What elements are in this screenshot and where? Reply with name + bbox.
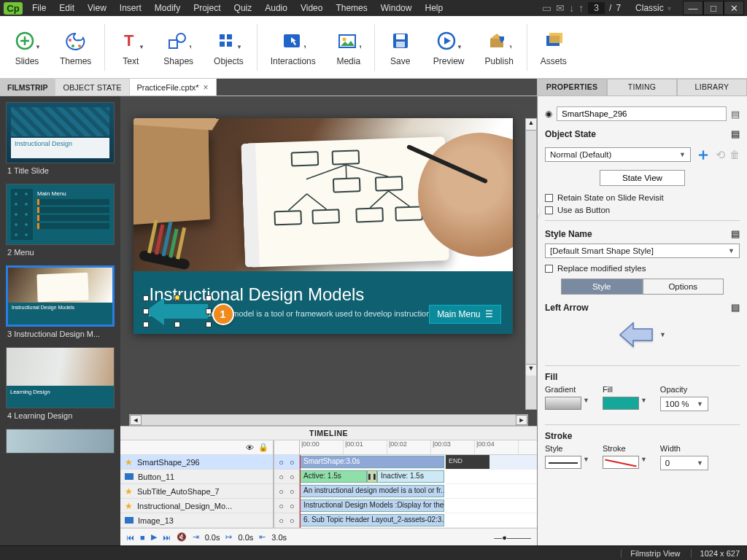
ribbon-slides[interactable]: ▼ Slides — [4, 24, 50, 71]
replace-styles-checkbox[interactable]: Replace modified styles — [545, 264, 740, 273]
stroke-width-label: Width — [660, 444, 708, 453]
ribbon-save[interactable]: Save — [378, 24, 423, 71]
menu-edit[interactable]: Edit — [53, 1, 80, 15]
slide-thumb-1[interactable]: Instructional Design 1 Title Slide — [6, 102, 115, 179]
style-menu-icon[interactable]: ▤ — [731, 228, 740, 239]
tl-play[interactable]: ▶ — [151, 532, 157, 542]
window-close[interactable]: ✕ — [724, 1, 744, 15]
menu-project[interactable]: Project — [187, 1, 226, 15]
stroke-width-input[interactable]: 0▼ — [660, 456, 708, 470]
timeline-row-button[interactable]: Button_11 — [120, 470, 273, 484]
tl-stop[interactable]: ■ — [140, 533, 145, 542]
down-arrow-icon[interactable]: ↓ — [569, 2, 574, 14]
slide-thumb-2[interactable]: Main Menu 2 Menu — [6, 184, 115, 261]
stage-hscroll[interactable]: ◄ ► — [129, 414, 528, 426]
main-area: Instructional Design 1 Title Slide Main … — [0, 96, 747, 545]
style-name-heading: Style Name — [545, 229, 592, 239]
up-arrow-icon[interactable]: ↑ — [578, 2, 584, 14]
state-dropdown[interactable]: Normal (Default)▼ — [545, 147, 691, 162]
fill-heading: Fill — [545, 372, 740, 382]
slide-thumb-5[interactable] — [6, 429, 115, 454]
ribbon-media[interactable]: ▼ Media — [326, 24, 371, 71]
add-state-button[interactable]: ＋ — [695, 144, 711, 166]
callout-1: 1 — [214, 305, 233, 324]
tab-library[interactable]: LIBRARY — [677, 79, 747, 96]
style-dropdown[interactable]: [Default Smart Shape Style]▼ — [545, 244, 740, 258]
svg-rect-12 — [220, 34, 225, 39]
menu-window[interactable]: Window — [375, 1, 418, 15]
prop-pencils — [135, 219, 201, 270]
file-tab[interactable]: PracticeFile.cptx* × — [130, 79, 217, 96]
lock-icon[interactable]: 🔒 — [258, 443, 268, 452]
menu-modify[interactable]: Modify — [149, 1, 186, 15]
svg-rect-14 — [220, 42, 225, 47]
mail-icon[interactable]: ✉ — [556, 2, 565, 14]
properties-panel: ◉ ▤ Object State▤ Normal (Default)▼ ＋ ⟲ … — [537, 96, 747, 545]
ribbon-text[interactable]: T▼ Text — [108, 24, 153, 71]
retain-state-checkbox[interactable]: Retain State on Slide Revisit — [545, 193, 740, 202]
style-tab[interactable]: Style — [561, 279, 643, 295]
use-as-button-checkbox[interactable]: Use as Button — [545, 206, 740, 214]
menu-quiz[interactable]: Quiz — [228, 1, 258, 15]
menu-view[interactable]: View — [82, 1, 112, 15]
stage-vscroll[interactable]: ▲ ▼ — [525, 118, 537, 410]
layout-icon[interactable]: ▭ — [542, 2, 551, 14]
ribbon-interactions[interactable]: ▼ Interactions — [260, 24, 326, 71]
selected-arrow-shape[interactable] — [145, 298, 209, 325]
window-minimize[interactable]: — — [683, 1, 703, 15]
timeline-row-title[interactable]: ★Instructional_Design_Mo... — [120, 499, 273, 513]
tl-mute[interactable]: 🔇 — [177, 532, 187, 542]
stroke-style-swatch[interactable] — [545, 456, 581, 469]
tab-object-state[interactable]: OBJECT STATE — [55, 79, 129, 96]
timeline-row-subtitle[interactable]: ★SubTitle_AutoShape_7 — [120, 484, 273, 499]
slide-thumb-3[interactable]: Instructional Design Models 3 Instructio… — [6, 265, 115, 343]
fill-swatch[interactable] — [603, 397, 639, 410]
slide-canvas[interactable]: Instructional Design Models An instructi… — [133, 118, 513, 334]
ribbon-themes[interactable]: Themes — [50, 24, 101, 71]
slide-thumb-4[interactable]: Learning Design 4 Learning Design — [6, 347, 115, 424]
ribbon-assets[interactable]: Assets — [530, 24, 577, 71]
filmstrip: Instructional Design 1 Title Slide Main … — [0, 96, 120, 545]
svg-rect-23 — [396, 34, 405, 39]
ribbon-shapes[interactable]: ▼ Shapes — [153, 24, 204, 71]
ribbon-publish[interactable]: ▼ Publish — [474, 24, 523, 71]
menu-themes[interactable]: Themes — [330, 1, 373, 15]
gradient-swatch[interactable] — [545, 397, 581, 410]
close-icon[interactable]: × — [203, 82, 208, 93]
tab-properties[interactable]: PROPERTIES — [537, 79, 607, 96]
shape-preview[interactable]: ▼ — [545, 313, 740, 359]
timeline-tracks[interactable]: |00:00|00:01|00:02|00:03|00:04 SmartShap… — [300, 440, 537, 528]
window-maximize[interactable]: □ — [703, 1, 724, 15]
object-name-input[interactable] — [557, 106, 727, 121]
panel-menu-icon[interactable]: ▤ — [731, 109, 740, 120]
menu-file[interactable]: File — [26, 1, 52, 15]
reset-state-icon[interactable]: ⟲ — [716, 148, 725, 162]
tab-timing[interactable]: TIMING — [607, 79, 677, 96]
svg-rect-9 — [169, 40, 177, 48]
tl-end[interactable]: ⏭ — [163, 533, 171, 542]
menu-audio[interactable]: Audio — [259, 1, 293, 15]
workspace-selector[interactable]: Classic ▼ — [635, 3, 673, 13]
stroke-color-swatch[interactable] — [603, 456, 639, 469]
main-menu-button[interactable]: Main Menu ☰ — [429, 305, 500, 324]
menu-help[interactable]: Help — [419, 1, 449, 15]
eye-icon[interactable]: 👁 — [246, 443, 254, 452]
opacity-input[interactable]: 100 %▼ — [660, 397, 708, 411]
delete-state-icon[interactable]: 🗑 — [729, 149, 740, 160]
menu-insert[interactable]: Insert — [114, 1, 147, 15]
chevron-down-icon[interactable]: ▼ — [659, 331, 666, 338]
timeline-row-image13[interactable]: Image_13 — [120, 513, 273, 528]
menu-video[interactable]: Video — [295, 1, 328, 15]
timeline-row-smartshape[interactable]: ★SmartShape_296 — [120, 455, 273, 470]
tl-rewind[interactable]: ⏮ — [126, 533, 134, 542]
visibility-icon[interactable]: ◉ — [545, 109, 552, 119]
ribbon-preview[interactable]: ▼ Preview — [423, 24, 475, 71]
state-menu-icon[interactable]: ▤ — [731, 128, 740, 139]
state-view-button[interactable]: State View — [600, 170, 685, 186]
options-tab[interactable]: Options — [643, 279, 724, 295]
shape-type-heading: Left Arrow — [545, 303, 589, 313]
tab-filmstrip[interactable]: FILMSTRIP — [0, 79, 55, 96]
shape-menu-icon[interactable]: ▤ — [731, 302, 740, 313]
page-current[interactable]: 3 — [588, 2, 605, 14]
ribbon-objects[interactable]: ▼ Objects — [204, 24, 254, 71]
